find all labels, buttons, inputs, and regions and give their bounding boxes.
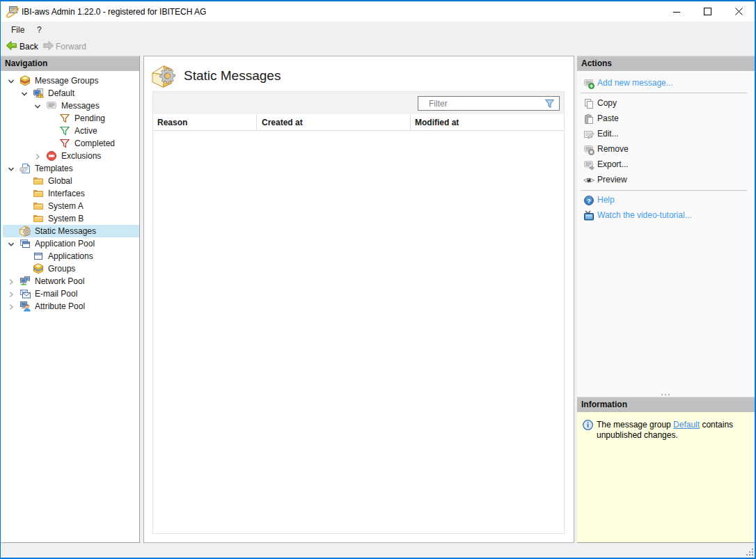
svg-text:?: ? [587,197,591,205]
